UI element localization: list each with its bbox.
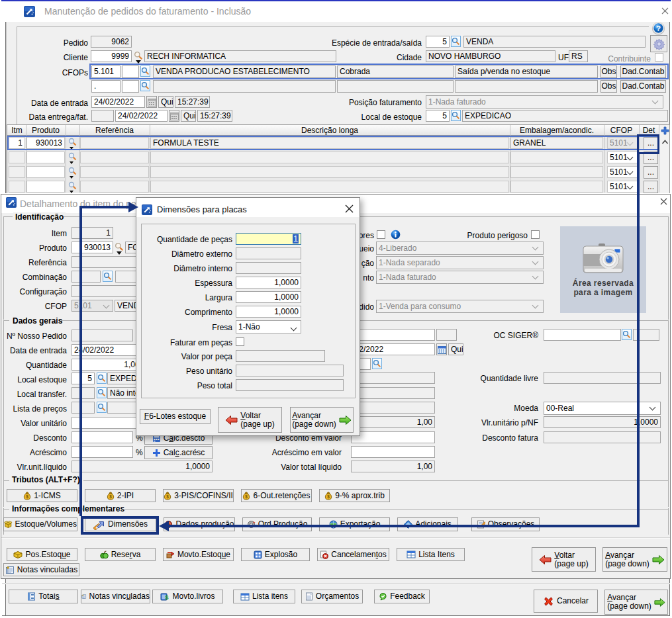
svg-text:$: $	[166, 494, 169, 500]
svg-text:$: $	[166, 594, 169, 601]
svg-text:$: $	[246, 494, 248, 500]
svg-text:$: $	[327, 494, 330, 500]
svg-text:$: $	[109, 494, 112, 500]
svg-text:$: $	[26, 494, 28, 500]
svg-text:?: ?	[656, 24, 661, 32]
